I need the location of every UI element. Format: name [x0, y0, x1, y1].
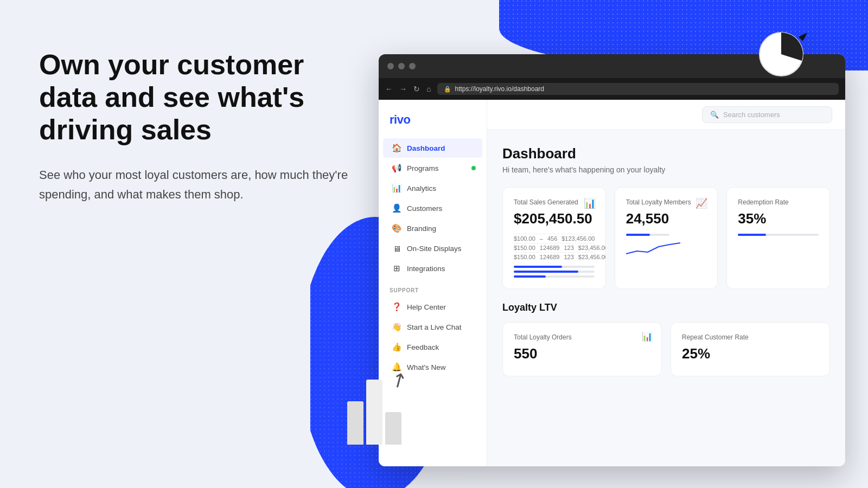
dashboard-icon: 🏠 — [392, 143, 401, 153]
table-row: $100.00 – 456 $123,456.00 — [514, 234, 595, 243]
customers-icon: 👤 — [392, 203, 401, 213]
cell: $150.00 — [514, 254, 535, 260]
sparkline-bar — [626, 234, 669, 236]
sales-chart-icon: 📊 — [584, 197, 596, 209]
sidebar-item-analytics[interactable]: 📊 Analytics — [383, 178, 482, 198]
onsite-icon: 🖥 — [392, 243, 401, 253]
cell: $100.00 — [514, 235, 535, 242]
sidebar-logo: rivo — [379, 108, 487, 138]
sidebar-label-branding: Branding — [407, 224, 436, 233]
sales-card-label: Total Sales Generated — [514, 198, 595, 206]
sidebar-item-help-center[interactable]: ❓ Help Center — [383, 297, 482, 317]
dashboard-title: Dashboard — [502, 145, 830, 162]
sidebar-item-live-chat[interactable]: 👋 Start a Live Chat — [383, 317, 482, 337]
sidebar-item-dashboard[interactable]: 🏠 Dashboard — [383, 138, 482, 158]
programs-icon: 📢 — [392, 163, 401, 173]
sidebar-label-onsite: On-Site Displays — [407, 245, 462, 253]
branding-icon: 🎨 — [392, 223, 401, 233]
redemption-value: 35% — [738, 210, 819, 227]
browser-window: ← → ↻ ⌂ 🔒 https://loyalty.rivo.io/dashbo… — [379, 54, 845, 466]
orders-value: 550 — [514, 345, 650, 362]
support-section-label: SUPPORT — [379, 279, 487, 297]
sidebar-label-integrations: Integrations — [407, 265, 445, 273]
sidebar-label-feedback: Feedback — [407, 343, 439, 351]
orders-label: Total Loyalty Orders — [514, 333, 650, 341]
integrations-icon: ⊞ — [392, 264, 401, 273]
sidebar-label-help: Help Center — [407, 303, 446, 311]
pie-chart-decoration — [754, 27, 808, 81]
feedback-icon: 👍 — [392, 342, 401, 352]
url-text: https://loyalty.rivo.io/dashboard — [455, 85, 544, 93]
home-button[interactable]: ⌂ — [426, 85, 431, 93]
logo-text: r — [390, 113, 394, 126]
url-bar[interactable]: 🔒 https://loyalty.rivo.io/dashboard — [437, 83, 839, 95]
sidebar-label-customers: Customers — [407, 204, 442, 213]
sidebar-label-whats-new: What's New — [407, 363, 446, 371]
total-loyalty-orders-card: 📊 Total Loyalty Orders 550 — [502, 322, 662, 376]
dashboard-subtitle: Hi team, here's what's happening on your… — [502, 165, 830, 174]
cell: 124689 — [540, 254, 560, 260]
table-row: $150.00 124689 123 $23,456.00 — [514, 243, 595, 252]
deco-bar-chart — [347, 380, 401, 445]
programs-active-dot — [471, 166, 476, 170]
loyalty-members-card: 📈 Total Loyalty Members 24,550 — [615, 187, 718, 289]
redemption-rate-card: Redemption Rate 35% — [726, 187, 830, 289]
hero-title: Own your customer data and see what's dr… — [39, 49, 354, 146]
orders-chart-icon: 📊 — [642, 331, 653, 342]
cell: – — [540, 235, 543, 242]
dashboard-body: Dashboard Hi team, here's what's happeni… — [487, 130, 845, 391]
sidebar-label-programs: Programs — [407, 164, 439, 172]
sidebar-item-customers[interactable]: 👤 Customers — [383, 198, 482, 218]
search-bar[interactable]: 🔍 Search customers — [702, 106, 832, 123]
sidebar-label-analytics: Analytics — [407, 184, 436, 192]
cell: 456 — [547, 235, 557, 242]
total-sales-card: 📊 Total Sales Generated $205,450.50 $100… — [502, 187, 606, 289]
refresh-button[interactable]: ↻ — [413, 85, 420, 93]
redemption-label: Redemption Rate — [738, 198, 819, 206]
sidebar-item-onsite-displays[interactable]: 🖥 On-Site Displays — [383, 239, 482, 258]
sales-card-value: $205,450.50 — [514, 210, 595, 227]
forward-button[interactable]: → — [399, 85, 407, 93]
repeat-customer-rate-card: Repeat Customer Rate 25% — [671, 322, 830, 376]
cell: $23,456.00 — [578, 245, 606, 251]
analytics-icon: 📊 — [392, 183, 401, 193]
sidebar-label-chat: Start a Live Chat — [407, 323, 462, 331]
loyalty-cards-row: 📊 Total Loyalty Orders 550 Repeat Custom… — [502, 322, 830, 376]
cell: $150.00 — [514, 245, 535, 251]
app-content: rivo 🏠 Dashboard 📢 Programs 📊 Analytics … — [379, 100, 845, 466]
members-card-label: Total Loyalty Members — [626, 198, 707, 206]
members-card-value: 24,550 — [626, 210, 707, 227]
back-button[interactable]: ← — [385, 85, 393, 93]
sidebar-item-feedback[interactable]: 👍 Feedback — [383, 337, 482, 357]
cell: 123 — [564, 254, 573, 260]
members-chart-icon: 📈 — [695, 197, 707, 209]
cards-row: 📊 Total Sales Generated $205,450.50 $100… — [502, 187, 830, 289]
table-row: $150.00 124689 123 $23,456.00 — [514, 252, 595, 261]
cell: 123 — [564, 245, 573, 251]
loading-bars — [514, 266, 595, 278]
loyalty-ltv-section: Loyalty LTV 📊 Total Loyalty Orders 550 R… — [502, 302, 830, 376]
main-header: 🔍 Search customers — [487, 100, 845, 130]
hero-subtitle: See who your most loyal customers are, h… — [39, 165, 354, 203]
sidebar-item-programs[interactable]: 📢 Programs — [383, 158, 482, 178]
browser-dot-2 — [398, 63, 405, 69]
loyalty-ltv-title: Loyalty LTV — [502, 302, 830, 313]
repeat-rate-value: 25% — [682, 345, 819, 362]
browser-dot-3 — [409, 63, 416, 69]
repeat-rate-label: Repeat Customer Rate — [682, 333, 819, 341]
svg-marker-3 — [799, 33, 807, 41]
help-icon: ❓ — [392, 302, 401, 312]
sparkline-container — [626, 234, 707, 259]
sidebar-item-branding[interactable]: 🎨 Branding — [383, 219, 482, 238]
sidebar-item-integrations[interactable]: ⊞ Integrations — [383, 259, 482, 278]
chat-icon: 👋 — [392, 322, 401, 332]
cell: 124689 — [540, 245, 560, 251]
sidebar-label-dashboard: Dashboard — [407, 144, 445, 152]
search-placeholder: Search customers — [723, 111, 780, 119]
browser-dot-1 — [387, 63, 394, 69]
sales-table: $100.00 – 456 $123,456.00 $150.00 124689… — [514, 234, 595, 278]
cell: $123,456.00 — [561, 235, 595, 242]
cell: $23,456.00 — [578, 254, 606, 260]
mini-sparkline — [626, 240, 680, 256]
main-content: 🔍 Search customers Dashboard Hi team, he… — [487, 100, 845, 466]
